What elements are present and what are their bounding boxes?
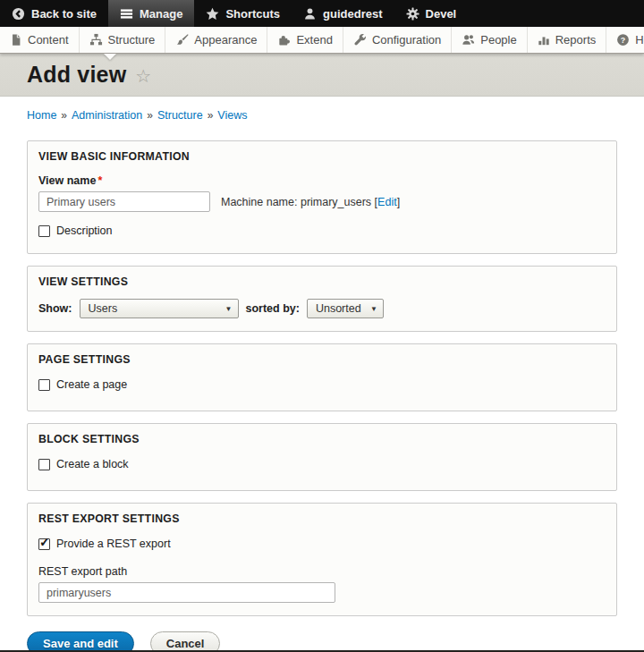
block-settings-panel: BLOCK SETTINGS Create a block (27, 423, 617, 491)
user-account-tab[interactable]: guidedrest (292, 0, 394, 27)
gear-icon (406, 7, 419, 21)
panel-legend: REST EXPORT SETTINGS (38, 512, 606, 525)
admin-tray: Content Structure Appearance Extend Conf… (0, 27, 644, 54)
username-label: guidedrest (323, 7, 382, 21)
save-and-edit-button[interactable]: Save and edit (27, 631, 134, 652)
manage-label: Manage (140, 7, 182, 21)
show-select[interactable]: Users ▼ (80, 299, 239, 318)
hamburger-icon (120, 7, 133, 21)
admin-toolbar: Back to site Manage Shortcuts guidedrest… (0, 0, 644, 27)
back-to-site-button[interactable]: Back to site (0, 0, 108, 27)
svg-text:?: ? (621, 36, 625, 45)
tab-appearance-label: Appearance (194, 33, 257, 47)
page-settings-panel: PAGE SETTINGS Create a page (27, 343, 617, 411)
rest-export-path-label: REST export path (38, 565, 606, 578)
tab-extend-label: Extend (296, 33, 332, 47)
tab-reports[interactable]: Reports (528, 27, 607, 53)
favorite-star-icon[interactable]: ☆ (135, 65, 151, 87)
tab-extend[interactable]: Extend (267, 27, 343, 53)
description-checkbox-row: Description (38, 224, 606, 237)
rest-export-settings-panel: REST EXPORT SETTINGS ✓ Provide a REST ex… (27, 503, 617, 616)
breadcrumb-home-link[interactable]: Home (27, 109, 56, 122)
page-title: Add view (27, 62, 126, 88)
cancel-button[interactable]: Cancel (150, 631, 221, 652)
rest-export-path-input[interactable] (38, 582, 335, 603)
sitemap-icon (89, 33, 103, 47)
document-icon (10, 33, 22, 47)
view-name-input[interactable] (38, 191, 210, 212)
back-arrow-icon (12, 7, 25, 21)
provide-rest-export-checkbox[interactable]: ✓ (38, 538, 50, 550)
breadcrumb-views-link[interactable]: Views (217, 109, 247, 122)
tab-content-label: Content (28, 33, 69, 47)
create-page-checkbox-row: Create a page (38, 378, 606, 391)
tab-people[interactable]: People (452, 27, 527, 53)
active-tab-caret (104, 54, 116, 60)
devel-label: Devel (426, 7, 457, 21)
description-checkbox[interactable] (38, 225, 50, 237)
tab-people-label: People (480, 33, 516, 47)
machine-name-text: Machine name: primary_users [Edit] (221, 196, 400, 208)
chevron-down-icon: ▼ (370, 305, 377, 313)
tab-help[interactable]: ? Help (606, 27, 644, 53)
panel-legend: VIEW SETTINGS (38, 275, 606, 288)
form-actions: Save and edit Cancel (27, 631, 617, 652)
breadcrumb: Home»Administration»Structure»Views (27, 109, 617, 122)
wrench-icon (353, 33, 367, 47)
chevron-down-icon: ▼ (225, 305, 233, 313)
tab-appearance[interactable]: Appearance (165, 27, 267, 53)
panel-legend: BLOCK SETTINGS (38, 433, 606, 445)
tab-configuration[interactable]: Configuration (343, 27, 452, 53)
breadcrumb-separator: » (208, 109, 214, 122)
tab-structure-label: Structure (108, 33, 156, 47)
tab-structure[interactable]: Structure (80, 27, 166, 53)
create-block-checkbox[interactable] (38, 459, 50, 470)
view-name-row: Machine name: primary_users [Edit] (38, 191, 606, 212)
sorted-by-select[interactable]: Unsorted ▼ (307, 299, 384, 318)
main-content: Home»Administration»Structure»Views VIEW… (0, 97, 644, 652)
tab-configuration-label: Configuration (372, 33, 441, 47)
breadcrumb-structure-link[interactable]: Structure (157, 109, 203, 122)
provide-rest-export-checkbox-row: ✓ Provide a REST export (38, 538, 606, 550)
view-settings-panel: VIEW SETTINGS Show: Users ▼ sorted by: U… (27, 266, 617, 332)
panel-legend: PAGE SETTINGS (38, 353, 606, 366)
tab-help-label: Help (635, 33, 644, 47)
star-icon (206, 7, 219, 21)
create-block-checkbox-row: Create a block (38, 458, 606, 470)
help-icon: ? (616, 33, 630, 47)
paintbrush-icon (175, 33, 189, 47)
people-icon (462, 33, 475, 47)
show-settings-row: Show: Users ▼ sorted by: Unsorted ▼ (38, 299, 606, 318)
breadcrumb-separator: » (147, 109, 153, 122)
view-name-label: View name* (38, 174, 606, 187)
description-label[interactable]: Description (56, 224, 113, 237)
shortcuts-label: Shortcuts (225, 7, 280, 21)
required-marker: * (97, 174, 102, 187)
breadcrumb-separator: » (61, 109, 67, 122)
user-icon (303, 7, 317, 21)
create-block-label[interactable]: Create a block (56, 458, 129, 470)
drupal-add-view-page: Back to site Manage Shortcuts guidedrest… (0, 0, 644, 652)
sorted-by-label: sorted by: (246, 302, 300, 315)
devel-tab[interactable]: Devel (394, 0, 469, 27)
checkmark-icon: ✓ (39, 535, 50, 549)
page-header: Add view ☆ (0, 54, 644, 97)
tab-content[interactable]: Content (0, 27, 80, 53)
provide-rest-export-label[interactable]: Provide a REST export (56, 538, 171, 550)
manage-tab[interactable]: Manage (108, 0, 194, 27)
panel-legend: VIEW BASIC INFORMATION (38, 150, 606, 163)
view-basic-information-panel: VIEW BASIC INFORMATION View name* Machin… (27, 140, 617, 254)
shortcuts-tab[interactable]: Shortcuts (194, 0, 292, 27)
form-panels: VIEW BASIC INFORMATION View name* Machin… (27, 140, 617, 652)
create-page-checkbox[interactable] (38, 379, 50, 391)
puzzle-icon (277, 33, 291, 47)
tab-reports-label: Reports (555, 33, 597, 47)
machine-name-edit-link[interactable]: Edit (377, 196, 397, 208)
breadcrumb-administration-link[interactable]: Administration (72, 109, 142, 122)
back-to-site-label: Back to site (31, 7, 97, 21)
create-page-label[interactable]: Create a page (56, 378, 127, 391)
show-label: Show: (38, 302, 72, 315)
bar-chart-icon (538, 33, 550, 47)
